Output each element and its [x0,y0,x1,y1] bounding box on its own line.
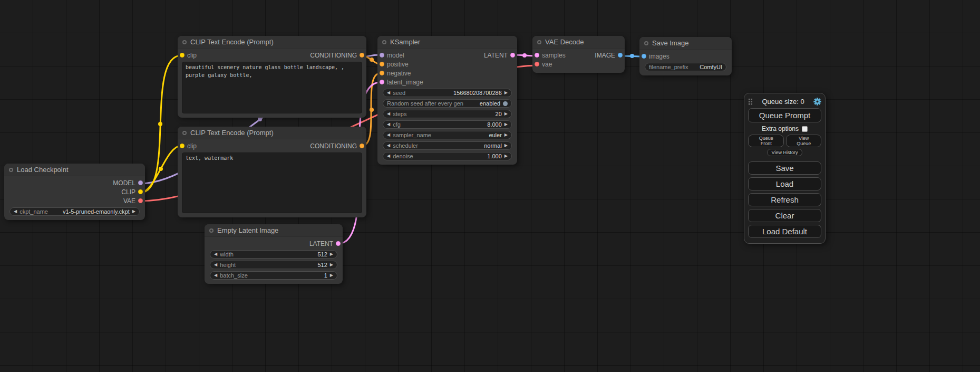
output-dot-vae[interactable] [138,198,143,203]
node-title-bar[interactable]: CLIP Text Encode (Prompt) [178,127,366,139]
increment-arrow-icon[interactable]: ▶ [330,263,333,267]
input-slot-samples[interactable]: samples [535,52,566,59]
output-slot-conditioning[interactable]: CONDITIONING [310,142,364,150]
output-dot-conditioning[interactable] [360,53,364,58]
input-slot-vae[interactable]: vae [535,61,552,68]
collapse-dot-icon[interactable] [209,228,214,233]
widget-scheduler[interactable]: ◀ scheduler normal ▶ [383,141,512,150]
output-slot-latent[interactable]: LATENT [484,52,515,59]
output-slot-vae[interactable]: VAE [123,197,143,205]
refresh-button[interactable]: Refresh [748,193,821,206]
increment-arrow-icon[interactable]: ▶ [504,154,508,158]
decrement-arrow-icon[interactable]: ◀ [387,91,390,95]
widget-steps[interactable]: ◀ steps 20 ▶ [383,110,512,118]
input-dot-clip[interactable] [180,53,185,58]
widget-width[interactable]: ◀ width 512 ▶ [210,250,337,259]
positive-prompt-textarea[interactable]: beautiful scenery nature glass bottle la… [182,62,362,113]
input-dot-images[interactable] [642,54,646,59]
increment-arrow-icon[interactable]: ▶ [504,91,508,95]
increment-arrow-icon[interactable]: ▶ [132,209,135,214]
node-title-bar[interactable]: KSampler [377,36,517,49]
output-dot-clip[interactable] [138,189,143,194]
decrement-arrow-icon[interactable]: ◀ [387,112,390,116]
node-load-checkpoint[interactable]: Load Checkpoint MODEL CLIP VAE [4,164,145,220]
collapse-dot-icon[interactable] [537,40,541,44]
increment-arrow-icon[interactable]: ▶ [330,273,333,278]
increment-arrow-icon[interactable]: ▶ [330,252,333,256]
increment-arrow-icon[interactable]: ▶ [504,144,508,148]
decrement-arrow-icon[interactable]: ◀ [387,154,390,158]
node-title-bar[interactable]: CLIP Text Encode (Prompt) [178,36,366,49]
widget-sampler-name[interactable]: ◀ sampler_name euler ▶ [383,131,512,139]
node-empty-latent-image[interactable]: Empty Latent Image LATENT ◀ width 512 ▶ … [205,224,343,284]
output-dot-conditioning[interactable] [360,144,364,148]
node-vae-decode[interactable]: VAE Decode samples IMAGE vae [532,36,625,73]
save-button[interactable]: Save [748,161,821,175]
settings-gear-icon[interactable] [813,98,821,106]
decrement-arrow-icon[interactable]: ◀ [387,144,390,148]
input-dot-clip[interactable] [180,144,185,148]
drag-handle-icon[interactable] [748,98,753,105]
output-slot-latent[interactable]: LATENT [309,240,341,247]
decrement-arrow-icon[interactable]: ◀ [214,252,217,256]
queue-prompt-button[interactable]: Queue Prompt [748,108,821,122]
collapse-dot-icon[interactable] [182,131,187,135]
widget-cfg[interactable]: ◀ cfg 8.000 ▶ [383,120,512,129]
view-history-button[interactable]: View History [767,149,803,156]
output-slot-clip[interactable]: CLIP [121,188,143,196]
input-dot-vae[interactable] [535,62,539,66]
increment-arrow-icon[interactable]: ▶ [504,133,508,137]
decrement-arrow-icon[interactable]: ◀ [214,273,217,278]
input-slot-clip[interactable]: clip [180,52,197,59]
input-slot-model[interactable]: model [380,52,404,59]
input-dot-samples[interactable] [535,53,539,58]
widget-batch-size[interactable]: ◀ batch_size 1 ▶ [210,271,337,280]
node-title-bar[interactable]: Save Image [639,37,732,50]
node-title-bar[interactable]: Empty Latent Image [205,224,343,237]
node-clip-text-encode-negative[interactable]: CLIP Text Encode (Prompt) clip CONDITION… [178,127,366,217]
widget-random-seed-toggle[interactable]: Random seed after every gen enabled [383,99,512,108]
input-slot-negative[interactable]: negative [380,70,411,77]
input-dot-latent-image[interactable] [380,80,384,84]
decrement-arrow-icon[interactable]: ◀ [14,209,17,214]
extra-options-checkbox[interactable] [802,126,808,132]
decrement-arrow-icon[interactable]: ◀ [387,133,390,137]
widget-seed[interactable]: ◀ seed 156680208700286 ▶ [383,89,512,97]
output-dot-latent[interactable] [336,241,341,246]
node-ksampler[interactable]: KSampler model LATENT positive [377,36,517,165]
input-slot-latent-image[interactable]: latent_image [380,79,423,86]
input-slot-clip[interactable]: clip [180,142,197,150]
output-dot-model[interactable] [138,180,143,185]
widget-filename-prefix[interactable]: filename_prefix ComfyUI [645,63,726,71]
load-default-button[interactable]: Load Default [748,225,821,238]
collapse-dot-icon[interactable] [382,40,386,44]
clear-button[interactable]: Clear [748,209,821,222]
input-dot-positive[interactable] [380,62,384,66]
view-queue-button[interactable]: View Queue [786,135,821,147]
increment-arrow-icon[interactable]: ▶ [504,112,508,116]
toggle-on-icon[interactable] [503,101,508,106]
node-save-image[interactable]: Save Image images filename_prefix ComfyU… [639,37,732,75]
graph-canvas[interactable]: Load Checkpoint MODEL CLIP VAE [0,0,980,372]
queue-front-button[interactable]: Queue Front [748,135,784,147]
negative-prompt-textarea[interactable]: text, watermark [182,152,362,213]
input-slot-images[interactable]: images [642,53,669,60]
increment-arrow-icon[interactable]: ▶ [504,122,508,127]
input-dot-model[interactable] [380,53,384,58]
output-slot-model[interactable]: MODEL [113,179,143,187]
input-slot-positive[interactable]: positive [380,61,409,68]
decrement-arrow-icon[interactable]: ◀ [387,122,390,127]
node-title-bar[interactable]: Load Checkpoint [4,164,145,176]
output-dot-image[interactable] [618,53,623,58]
load-button[interactable]: Load [748,177,821,190]
input-dot-negative[interactable] [380,71,384,75]
collapse-dot-icon[interactable] [182,40,187,44]
collapse-dot-icon[interactable] [644,41,648,45]
node-clip-text-encode-positive[interactable]: CLIP Text Encode (Prompt) clip CONDITION… [178,36,366,118]
node-title-bar[interactable]: VAE Decode [532,36,625,49]
output-slot-conditioning[interactable]: CONDITIONING [310,52,364,59]
widget-denoise[interactable]: ◀ denoise 1.000 ▶ [383,152,512,160]
decrement-arrow-icon[interactable]: ◀ [214,263,217,267]
collapse-dot-icon[interactable] [9,168,13,172]
widget-height[interactable]: ◀ height 512 ▶ [210,261,337,269]
